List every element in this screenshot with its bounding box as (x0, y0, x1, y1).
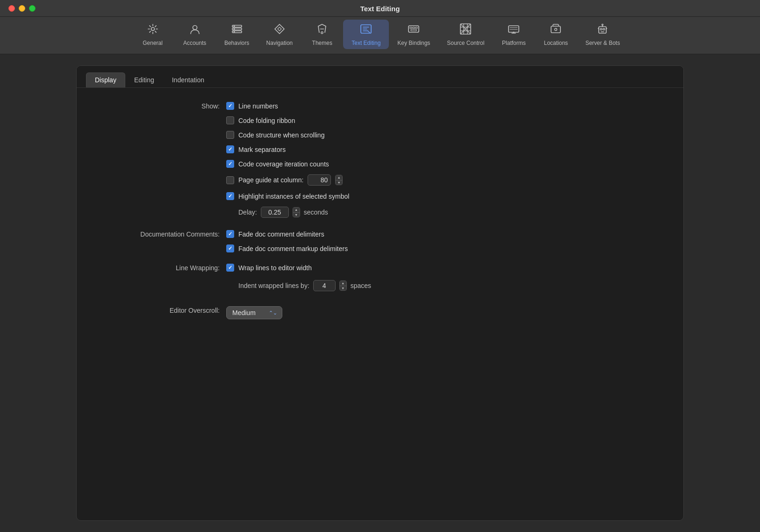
indent-down[interactable]: ▼ (340, 286, 346, 291)
editor-overscroll-dropdown[interactable]: Medium ⌃⌄ (226, 306, 282, 319)
checkbox-page-guide[interactable] (226, 176, 234, 184)
line-wrapping-label: Line Wrapping: (95, 264, 226, 272)
checkbox-line-numbers[interactable] (226, 102, 234, 110)
indent-wrapped-row: Indent wrapped lines by: ▲ ▼ spaces (238, 280, 371, 291)
toolbar-label-locations: Locations (544, 40, 568, 46)
toolbar-item-accounts[interactable]: Accounts (174, 20, 216, 49)
svg-rect-12 (410, 27, 412, 29)
delay-up[interactable]: ▲ (293, 208, 300, 212)
server-bots-icon (596, 22, 609, 37)
label-wrap-lines: Wrap lines to editor width (238, 264, 312, 272)
minimize-button[interactable] (19, 5, 25, 12)
dropdown-chevron-icon: ⌃⌄ (269, 310, 277, 316)
doc-comments-section: Documentation Comments: Fade doc comment… (95, 230, 665, 259)
label-code-folding: Code folding ribbon (238, 117, 295, 124)
svg-point-9 (321, 32, 323, 34)
checkbox-code-coverage[interactable] (226, 160, 234, 168)
delay-row: Delay: ▲ ▼ seconds (238, 207, 349, 218)
page-guide-up[interactable]: ▲ (336, 175, 342, 180)
delay-label: Delay: (238, 208, 257, 216)
option-line-numbers: Line numbers (226, 102, 349, 110)
svg-point-28 (602, 24, 603, 26)
key-bindings-icon (407, 22, 420, 37)
toolbar-item-general[interactable]: General (132, 20, 174, 49)
indent-wrapped-input[interactable] (313, 280, 336, 291)
option-wrap-lines: Wrap lines to editor width (226, 264, 371, 272)
toolbar-label-source-control: Source Control (447, 40, 484, 46)
source-control-icon (459, 22, 472, 37)
delay-down[interactable]: ▼ (293, 212, 300, 217)
svg-rect-14 (416, 27, 417, 29)
svg-rect-23 (551, 26, 560, 33)
page-guide-down[interactable]: ▼ (336, 180, 342, 185)
tab-editing[interactable]: Editing (125, 72, 163, 87)
delay-stepper[interactable]: ▲ ▼ (293, 207, 300, 217)
toolbar-item-key-bindings[interactable]: Key Bindings (389, 20, 438, 49)
svg-point-7 (233, 31, 235, 33)
toolbar-item-themes[interactable]: Themes (301, 20, 343, 49)
indent-unit: spaces (351, 282, 371, 289)
label-line-numbers: Line numbers (238, 102, 278, 110)
indent-up[interactable]: ▲ (340, 281, 346, 286)
maximize-button[interactable] (29, 5, 36, 12)
tab-display[interactable]: Display (86, 72, 125, 87)
toolbar-item-behaviors[interactable]: Behaviors (216, 20, 258, 49)
page-guide-input[interactable] (308, 174, 331, 186)
show-label: Show: (95, 102, 226, 110)
svg-point-24 (555, 29, 557, 31)
window-title: Text Editing (360, 5, 400, 13)
navigation-icon (273, 22, 286, 37)
svg-rect-21 (509, 26, 519, 32)
option-code-structure: Code structure when scrolling (226, 131, 349, 139)
locations-icon (549, 22, 562, 37)
show-options: Line numbers Code folding ribbon Code st… (226, 102, 349, 225)
line-wrapping-section: Line Wrapping: Wrap lines to editor widt… (95, 264, 665, 299)
page-guide-stepper[interactable]: ▲ ▼ (335, 175, 343, 185)
toolbar-label-navigation: Navigation (266, 40, 293, 46)
svg-rect-13 (413, 27, 415, 29)
svg-rect-11 (409, 26, 419, 32)
indent-wrapped-stepper[interactable]: ▲ ▼ (339, 280, 347, 291)
dropdown-value: Medium (232, 309, 256, 316)
svg-point-1 (193, 26, 197, 30)
tab-indentation[interactable]: Indentation (163, 72, 213, 87)
text-editing-icon (359, 22, 373, 37)
toolbar-item-platforms[interactable]: Platforms (493, 20, 535, 49)
indent-wrapped-label: Indent wrapped lines by: (238, 282, 309, 289)
close-button[interactable] (8, 5, 15, 12)
editor-overscroll-control: Medium ⌃⌄ (226, 306, 282, 319)
option-fade-markup: Fade doc comment markup delimiters (226, 244, 348, 252)
checkbox-code-folding[interactable] (226, 116, 234, 124)
toolbar-label-key-bindings: Key Bindings (397, 40, 430, 46)
titlebar: Text Editing (0, 0, 760, 17)
option-code-coverage: Code coverage iteration counts (226, 160, 349, 168)
checkbox-code-structure[interactable] (226, 131, 234, 139)
toolbar-label-behaviors: Behaviors (224, 40, 249, 46)
subtabs-bar: Display Editing Indentation (77, 66, 683, 88)
display-settings: Show: Line numbers Code folding ribbon (77, 88, 683, 342)
checkbox-wrap-lines[interactable] (226, 264, 234, 272)
editor-overscroll-section: Editor Overscroll: Medium ⌃⌄ (95, 306, 665, 319)
toolbar-item-navigation[interactable]: Navigation (258, 20, 301, 49)
toolbar-label-themes: Themes (312, 40, 332, 46)
svg-rect-25 (599, 27, 606, 33)
checkbox-fade-markup[interactable] (226, 244, 234, 252)
toolbar-item-text-editing[interactable]: Text Editing (343, 20, 389, 49)
line-wrapping-options: Wrap lines to editor width Indent wrappe… (226, 264, 371, 299)
label-highlight: Highlight instances of selected symbol (238, 193, 349, 200)
svg-point-22 (513, 32, 515, 33)
label-page-guide: Page guide at column: (238, 176, 303, 184)
svg-rect-15 (411, 29, 416, 31)
doc-comments-label: Documentation Comments: (95, 230, 226, 238)
toolbar-item-server-bots[interactable]: Server & Bots (577, 20, 628, 49)
general-icon (146, 22, 159, 37)
checkbox-mark-separators[interactable] (226, 145, 234, 153)
option-code-folding: Code folding ribbon (226, 116, 349, 124)
delay-input[interactable] (261, 207, 289, 218)
checkbox-fade-delimiters[interactable] (226, 230, 234, 238)
checkbox-highlight[interactable] (226, 192, 234, 200)
label-code-structure: Code structure when scrolling (238, 131, 324, 139)
option-mark-separators: Mark separators (226, 145, 349, 153)
toolbar-item-locations[interactable]: Locations (535, 20, 577, 49)
toolbar-item-source-control[interactable]: Source Control (438, 20, 493, 49)
